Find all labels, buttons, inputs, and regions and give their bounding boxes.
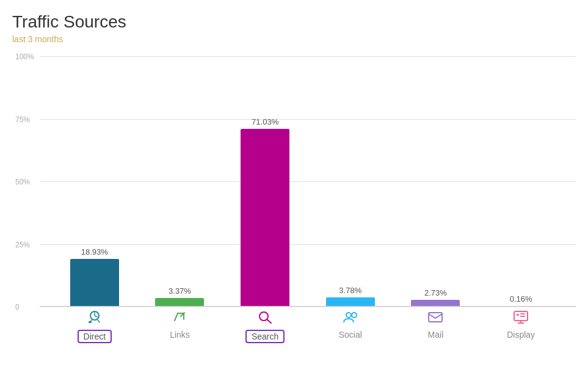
- bar-value-mail: 2.73%: [424, 288, 447, 297]
- svg-rect-10: [517, 314, 519, 316]
- bars-container: 18.93%3.37%71.03%3.78%2.73%0.16%: [40, 56, 576, 307]
- label-group-display[interactable]: Display: [481, 307, 561, 340]
- svg-line-3: [267, 319, 271, 323]
- label-group-links[interactable]: Links: [140, 307, 219, 340]
- bar-group-direct[interactable]: 18.93%: [55, 247, 134, 307]
- bar-group-social[interactable]: 3.78%: [311, 286, 390, 307]
- bar-group-display[interactable]: 0.16%: [481, 294, 561, 307]
- svg-point-5: [352, 313, 357, 318]
- bar-value-social: 3.78%: [339, 286, 361, 295]
- label-text-mail: Mail: [428, 330, 444, 340]
- links-icon: [172, 310, 187, 327]
- grid-label-50: 50%: [15, 178, 30, 186]
- bar-links[interactable]: [155, 298, 204, 307]
- social-icon: [343, 310, 358, 327]
- chart-area: 100% 75% 50% 25% 0 18.93%3.37%71.03%3.78…: [12, 56, 576, 343]
- bar-search[interactable]: [241, 129, 289, 307]
- bar-group-links[interactable]: 3.37%: [140, 286, 219, 307]
- direct-icon: [87, 310, 103, 327]
- bar-value-links: 3.37%: [169, 286, 191, 296]
- bar-value-direct: 18.93%: [81, 247, 108, 256]
- bar-direct[interactable]: [70, 259, 119, 307]
- svg-rect-11: [520, 313, 525, 314]
- grid-label-0: 0: [15, 303, 20, 311]
- label-text-display: Display: [507, 330, 535, 340]
- mail-icon: [427, 310, 443, 327]
- bar-value-display: 0.16%: [510, 294, 532, 303]
- search-icon: [257, 310, 273, 327]
- label-group-search[interactable]: Search: [225, 307, 305, 343]
- bar-group-search[interactable]: 71.03%: [225, 117, 305, 307]
- grid-label-25: 25%: [15, 241, 30, 249]
- label-text-links: Links: [170, 330, 190, 340]
- bar-group-mail[interactable]: 2.73%: [396, 288, 475, 307]
- grid-label-100: 100%: [15, 53, 34, 61]
- page-title: Traffic Sources: [12, 12, 576, 32]
- svg-rect-12: [520, 316, 525, 317]
- svg-point-4: [346, 313, 351, 318]
- grid-label-75: 75%: [15, 115, 30, 124]
- labels-row: DirectLinksSearchSocialMailDisplay: [40, 307, 576, 343]
- svg-rect-1: [89, 321, 92, 323]
- display-icon: [513, 310, 529, 327]
- svg-rect-6: [429, 313, 442, 322]
- date-range-label: last 3 months: [12, 34, 576, 44]
- bar-social[interactable]: [326, 297, 375, 307]
- label-text-search: Search: [245, 330, 285, 343]
- label-group-mail[interactable]: Mail: [396, 307, 475, 340]
- label-group-direct[interactable]: Direct: [55, 307, 134, 343]
- label-text-social: Social: [339, 330, 362, 340]
- bar-value-search: 71.03%: [252, 117, 278, 126]
- label-text-direct: Direct: [78, 330, 112, 343]
- label-group-social[interactable]: Social: [311, 307, 390, 340]
